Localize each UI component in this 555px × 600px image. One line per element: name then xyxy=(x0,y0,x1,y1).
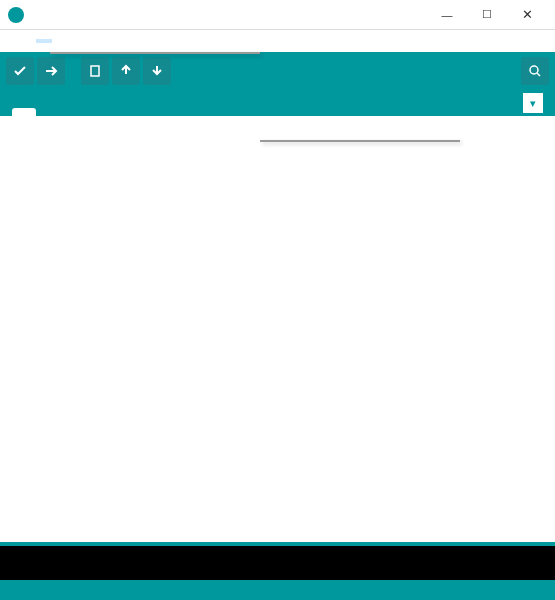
menu-sketch[interactable] xyxy=(36,39,52,43)
tab-menu-button[interactable]: ▾ xyxy=(523,93,543,113)
menu-edit[interactable] xyxy=(20,39,36,43)
arduino-icon xyxy=(8,7,24,23)
svg-rect-0 xyxy=(91,66,99,76)
sketch-tab[interactable] xyxy=(12,108,36,116)
sketch-dropdown xyxy=(50,52,260,54)
close-button[interactable] xyxy=(507,0,547,30)
tabbar: ▾ xyxy=(0,90,555,116)
menu-tools[interactable] xyxy=(52,39,68,43)
statusbar xyxy=(0,580,555,600)
maximize-button[interactable] xyxy=(467,0,507,30)
menubar xyxy=(0,30,555,52)
window-controls xyxy=(427,0,547,30)
console-panel xyxy=(0,542,555,580)
toolbar xyxy=(0,52,555,90)
verify-button[interactable] xyxy=(6,57,34,85)
menu-help[interactable] xyxy=(68,39,84,43)
upload-button[interactable] xyxy=(37,57,65,85)
minimize-button[interactable] xyxy=(427,0,467,30)
save-button[interactable] xyxy=(143,57,171,85)
open-button[interactable] xyxy=(112,57,140,85)
svg-point-1 xyxy=(530,66,538,74)
code-editor[interactable] xyxy=(0,116,555,556)
titlebar xyxy=(0,0,555,30)
menu-file[interactable] xyxy=(4,39,20,43)
new-button[interactable] xyxy=(81,57,109,85)
include-library-submenu xyxy=(260,140,460,142)
serial-monitor-button[interactable] xyxy=(521,57,549,85)
